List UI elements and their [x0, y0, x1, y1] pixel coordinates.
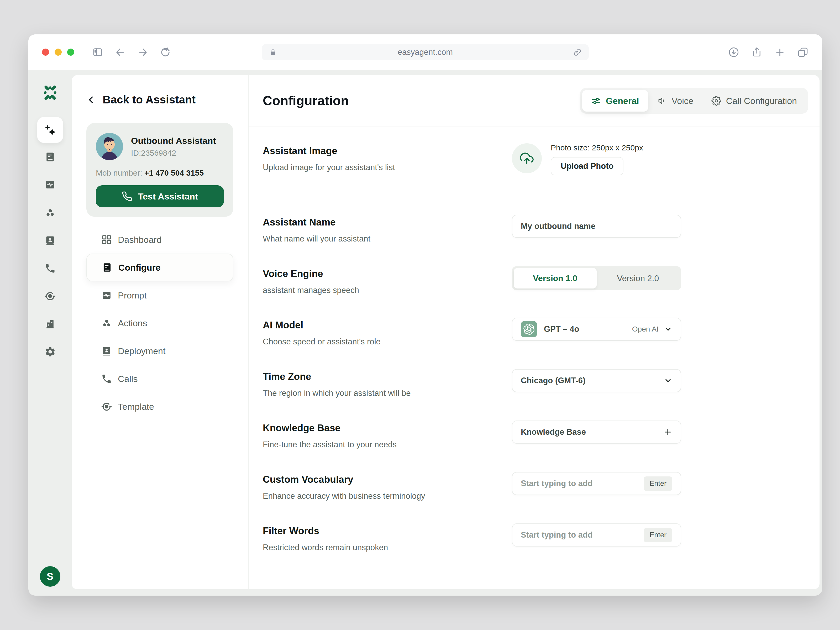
- new-tab-icon[interactable]: [774, 47, 785, 58]
- sidebar-toggle-icon[interactable]: [92, 47, 103, 58]
- sidebar-item-calls[interactable]: Calls: [86, 365, 234, 393]
- rail-item-assistant[interactable]: [37, 117, 63, 143]
- reload-icon[interactable]: [160, 47, 171, 58]
- photo-size-note: Photo size: 250px x 250px: [551, 143, 643, 152]
- openai-logo-icon: [521, 321, 537, 337]
- knowledge-base-field[interactable]: Knowledge Base: [512, 420, 681, 444]
- sidebar-item-deployment[interactable]: Deployment: [86, 337, 234, 365]
- sidebar-item-label: Configure: [118, 262, 161, 273]
- maximize-window-button[interactable]: [67, 49, 74, 56]
- browser-toolbar: easyagent.com: [28, 35, 822, 70]
- tab-general[interactable]: General: [582, 90, 648, 112]
- voice-engine-segmented-control: Version 1.0 Version 2.0: [512, 266, 681, 291]
- assistant-name-row: Assistant Name What name will your assis…: [263, 215, 681, 243]
- link-icon[interactable]: [573, 48, 581, 56]
- field-label: Filter Words: [263, 526, 512, 537]
- minimize-window-button[interactable]: [55, 49, 62, 56]
- custom-vocabulary-placeholder: Start typing to add: [521, 479, 593, 488]
- time-zone-value: Chicago (GMT-6): [521, 376, 585, 385]
- chevron-left-icon: [86, 95, 96, 104]
- time-zone-select[interactable]: Chicago (GMT-6): [512, 369, 681, 392]
- sidebar-item-configure[interactable]: Configure: [86, 254, 234, 281]
- upload-photo-button[interactable]: Upload Photo: [551, 157, 624, 175]
- sidebar-item-actions[interactable]: Actions: [86, 309, 234, 337]
- chevron-down-icon: [664, 376, 672, 385]
- forward-icon[interactable]: [137, 47, 148, 58]
- tab-call-configuration[interactable]: Call Configuration: [703, 90, 806, 112]
- sidebar-item-prompt[interactable]: Prompt: [86, 281, 234, 309]
- target-icon: [101, 401, 112, 412]
- sidebar-item-label: Prompt: [118, 291, 147, 300]
- custom-vocabulary-input[interactable]: Start typing to add Enter: [512, 472, 681, 495]
- sidebar-item-label: Deployment: [118, 346, 165, 356]
- upload-dropzone[interactable]: [512, 143, 542, 173]
- field-label: Assistant Name: [263, 217, 512, 228]
- close-window-button[interactable]: [42, 49, 49, 56]
- sidebar-item-dashboard[interactable]: Dashboard: [86, 226, 234, 254]
- field-hint: Fine-tune the assistant to your needs: [263, 440, 512, 449]
- user-initial: S: [47, 571, 53, 582]
- back-to-assistant[interactable]: Back to Assistant: [86, 93, 234, 106]
- main-header: Configuration General: [249, 75, 819, 127]
- chevron-down-icon: [664, 325, 672, 333]
- enter-key-hint: Enter: [644, 477, 672, 491]
- assistant-sidebar: Back to Assistant: [72, 75, 249, 589]
- address-bar[interactable]: easyagent.com: [262, 44, 589, 60]
- app-body: S Back to Assistant: [28, 70, 822, 595]
- back-icon[interactable]: [115, 47, 126, 58]
- app-logo-icon[interactable]: [42, 85, 58, 101]
- knowledge-base-value: Knowledge Base: [521, 427, 586, 437]
- contact-card-icon: [101, 346, 112, 357]
- general-settings-form: Assistant Image Upload image for your as…: [249, 127, 819, 575]
- field-label: Knowledge Base: [263, 423, 512, 434]
- rail-item-settings[interactable]: [44, 346, 56, 357]
- tab-overview-icon[interactable]: [797, 47, 808, 58]
- filter-words-input[interactable]: Start typing to add Enter: [512, 523, 681, 546]
- rail-item-calls[interactable]: [44, 262, 56, 274]
- field-hint: What name will your assistant: [263, 234, 512, 243]
- rail-item-company[interactable]: [44, 318, 56, 330]
- assistant-name: Outbound Assistant: [131, 136, 216, 146]
- sparkles-icon: [43, 123, 57, 137]
- back-label: Back to Assistant: [103, 93, 196, 106]
- page-title: Configuration: [263, 93, 349, 108]
- sidebar-item-template[interactable]: Template: [86, 393, 234, 420]
- downloads-icon[interactable]: [728, 47, 739, 58]
- speaker-icon: [657, 96, 667, 106]
- knowledge-base-row: Knowledge Base Fine-tune the assistant t…: [263, 420, 681, 449]
- rail-item-configure[interactable]: [44, 151, 56, 163]
- mob-value: +1 470 504 3155: [144, 169, 204, 177]
- enter-key-hint: Enter: [644, 528, 672, 542]
- ai-model-row: AI Model Choose speed or assistant's rol…: [263, 317, 681, 346]
- window-controls: [42, 49, 74, 56]
- phone-icon: [101, 373, 112, 384]
- rail-item-template[interactable]: [44, 291, 56, 302]
- rail-item-deployment[interactable]: [44, 235, 56, 246]
- field-label: Custom Vocabulary: [263, 474, 512, 485]
- rail-item-prompt[interactable]: [44, 179, 56, 191]
- assistant-name-value: My outbound name: [521, 221, 595, 231]
- phone-icon: [122, 191, 132, 202]
- plus-icon[interactable]: [663, 428, 672, 437]
- assistant-name-input[interactable]: My outbound name: [512, 215, 681, 238]
- time-zone-row: Time Zone The region in which your assis…: [263, 369, 681, 398]
- filter-words-placeholder: Start typing to add: [521, 530, 593, 540]
- version-2-option[interactable]: Version 2.0: [597, 268, 680, 289]
- ai-model-select[interactable]: GPT – 4o Open AI: [512, 317, 681, 341]
- share-icon[interactable]: [751, 47, 762, 58]
- field-hint: The region in which your assistant will …: [263, 388, 512, 398]
- tab-voice[interactable]: Voice: [648, 90, 703, 112]
- rail-item-actions[interactable]: [44, 207, 56, 218]
- user-avatar[interactable]: S: [40, 566, 60, 587]
- pulse-icon: [101, 290, 112, 301]
- cloud-upload-icon: [520, 152, 534, 165]
- sliders-icon: [591, 96, 601, 106]
- config-tabs: General Voice: [580, 88, 808, 114]
- browser-nav-controls: [92, 47, 171, 58]
- test-assistant-label: Test Assistant: [138, 191, 198, 202]
- assistant-avatar: [96, 133, 123, 160]
- test-assistant-button[interactable]: Test Assistant: [96, 185, 224, 207]
- icon-rail: S: [28, 70, 72, 595]
- version-1-option[interactable]: Version 1.0: [514, 268, 597, 289]
- filter-words-row: Filter Words Restricted words remain uns…: [263, 523, 681, 552]
